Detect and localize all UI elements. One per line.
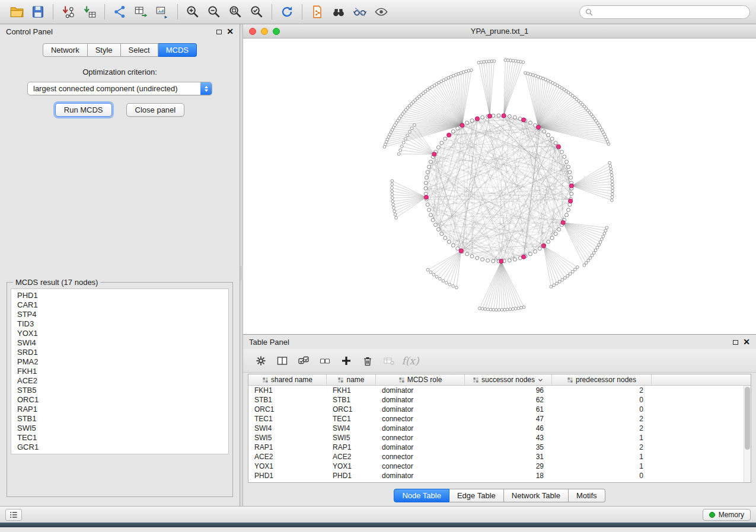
mcds-result-item[interactable]: ACE2 — [11, 376, 228, 386]
mcds-result-item[interactable]: TEC1 — [11, 433, 228, 443]
table-scrollbar[interactable] — [744, 386, 751, 482]
mcds-result-item[interactable]: CAR1 — [11, 300, 228, 310]
eye-button[interactable] — [371, 2, 392, 22]
import-table-button[interactable] — [79, 2, 100, 22]
column-header-name[interactable]: name — [327, 374, 376, 385]
memory-status-icon — [709, 512, 715, 518]
mcds-result-item[interactable]: GCR1 — [11, 443, 228, 452]
refresh-button[interactable] — [276, 2, 298, 22]
table-tab-edge-table[interactable]: Edge Table — [449, 489, 504, 502]
eye-icon — [374, 5, 388, 19]
maximize-window-icon[interactable] — [273, 28, 280, 35]
export-network-button[interactable] — [109, 2, 130, 22]
task-history-button[interactable] — [5, 509, 22, 521]
tab-select[interactable]: Select — [121, 43, 158, 57]
float-table-panel-button[interactable] — [733, 338, 738, 347]
graphics-details-icon — [353, 5, 367, 19]
column-header-shared-name[interactable]: shared name — [248, 374, 327, 385]
mcds-result-item[interactable]: STP4 — [11, 310, 228, 319]
export-image-button[interactable] — [152, 2, 173, 22]
table-row[interactable]: SWI5SWI5connector431 — [248, 433, 744, 443]
table-row[interactable]: ORC1ORC1dominator610 — [248, 405, 744, 414]
search-box[interactable] — [579, 5, 750, 19]
mcds-result-item[interactable]: FKH1 — [11, 367, 228, 376]
mcds-result-list[interactable]: PHD1CAR1STP4TID3YOX1SWI4SRD1PMA2FKH1ACE2… — [11, 289, 229, 454]
open-folder-button[interactable] — [6, 2, 27, 22]
minimize-window-icon[interactable] — [261, 28, 268, 35]
tab-style[interactable]: Style — [88, 43, 121, 57]
delete-button[interactable] — [359, 352, 376, 369]
table-tab-motifs[interactable]: Motifs — [569, 489, 605, 502]
table-toolbar: f(x) — [243, 349, 756, 373]
float-icon — [733, 340, 738, 345]
control-panel: Control Panel ✕ NetworkStyleSelectMCDS O… — [0, 24, 240, 506]
mcds-result-item[interactable]: STB1 — [11, 414, 228, 424]
export-table-icon — [134, 5, 148, 19]
mcds-result-item[interactable]: YOX1 — [11, 329, 228, 338]
zoom-in-button[interactable] — [182, 2, 203, 22]
column-header-filler — [652, 374, 744, 385]
mcds-result-item[interactable]: SRD1 — [11, 348, 228, 357]
zoom-out-button[interactable] — [203, 2, 225, 22]
tab-network[interactable]: Network — [43, 43, 88, 57]
table-row[interactable]: RAP1RAP1dominator352 — [248, 443, 744, 452]
cell-predecessor-nodes: 1 — [552, 453, 652, 461]
save-button[interactable] — [27, 2, 49, 22]
import-network-button[interactable] — [58, 2, 79, 22]
column-header-predecessor-nodes[interactable]: predecessor nodes — [552, 374, 652, 385]
graphics-details-button[interactable] — [349, 2, 371, 22]
network-window-titlebar: YPA_prune.txt_1 — [243, 24, 756, 39]
table-tab-network-table[interactable]: Network Table — [504, 489, 569, 502]
mcds-result-item[interactable]: ORC1 — [11, 395, 228, 405]
network-document-button[interactable] — [307, 2, 328, 22]
mcds-result-item[interactable]: PMA2 — [11, 357, 228, 367]
table-row[interactable]: STB1STB1dominator620 — [248, 395, 744, 405]
select-all-button[interactable] — [295, 352, 312, 369]
save-icon — [31, 5, 45, 19]
criterion-dropdown[interactable]: largest connected component (undirected) — [27, 82, 212, 95]
table-scrollbar-thumb[interactable] — [745, 387, 750, 450]
search-network-button[interactable] — [328, 2, 349, 22]
float-panel-button[interactable] — [216, 27, 222, 36]
table-row[interactable]: YOX1YOX1connector291 — [248, 462, 744, 471]
tab-mcds[interactable]: MCDS — [158, 43, 197, 57]
application-window: Control Panel ✕ NetworkStyleSelectMCDS O… — [0, 0, 756, 527]
workspace: Control Panel ✕ NetworkStyleSelectMCDS O… — [0, 24, 756, 506]
mcds-result-item[interactable]: PHD1 — [11, 291, 228, 300]
zoom-fit-button[interactable] — [225, 2, 246, 22]
column-header-MCDS-role[interactable]: MCDS role — [376, 374, 465, 385]
mcds-result-item[interactable]: SWI4 — [11, 338, 228, 348]
network-graph[interactable] — [243, 39, 754, 334]
table-row[interactable]: TEC1TEC1connector472 — [248, 414, 744, 424]
close-panel-button[interactable]: ✕ — [227, 27, 234, 36]
close-table-panel-button[interactable]: ✕ — [743, 338, 750, 347]
table-row[interactable]: FKH1FKH1dominator962 — [248, 386, 744, 395]
search-input[interactable] — [596, 8, 745, 16]
deselect-all-button[interactable] — [317, 352, 333, 369]
function-builder-button[interactable]: f(x) — [402, 352, 419, 369]
mcds-result-item[interactable]: TID3 — [11, 319, 228, 329]
memory-button[interactable]: Memory — [703, 509, 751, 521]
add-button[interactable] — [338, 352, 355, 369]
table-row[interactable]: PHD1PHD1dominator180 — [248, 471, 744, 480]
list-icon — [9, 510, 18, 520]
mcds-result-item[interactable]: RAP1 — [11, 405, 228, 414]
rename-disabled-button[interactable] — [381, 352, 397, 369]
mcds-result-item[interactable]: SWI5 — [11, 424, 228, 433]
zoom-out-icon — [207, 5, 221, 19]
mcds-result-item[interactable]: STB5 — [11, 386, 228, 395]
table-row[interactable]: ACE2ACE2connector311 — [248, 452, 744, 462]
table-tab-node-table[interactable]: Node Table — [394, 489, 449, 502]
zoom-selected-button[interactable] — [246, 2, 267, 22]
gear-button[interactable] — [253, 352, 269, 369]
run-mcds-button[interactable]: Run MCDS — [55, 103, 112, 117]
network-canvas[interactable] — [243, 39, 756, 334]
cell-name: ORC1 — [327, 405, 376, 414]
column-header-successor-nodes[interactable]: successor nodes — [465, 374, 552, 385]
close-window-icon[interactable] — [249, 28, 256, 35]
table-row[interactable]: SWI4SWI4dominator462 — [248, 424, 744, 433]
chevron-down-icon — [537, 377, 544, 383]
column-button[interactable] — [274, 352, 291, 369]
close-panel-action-button[interactable]: Close panel — [126, 103, 185, 117]
export-table-button[interactable] — [130, 2, 152, 22]
